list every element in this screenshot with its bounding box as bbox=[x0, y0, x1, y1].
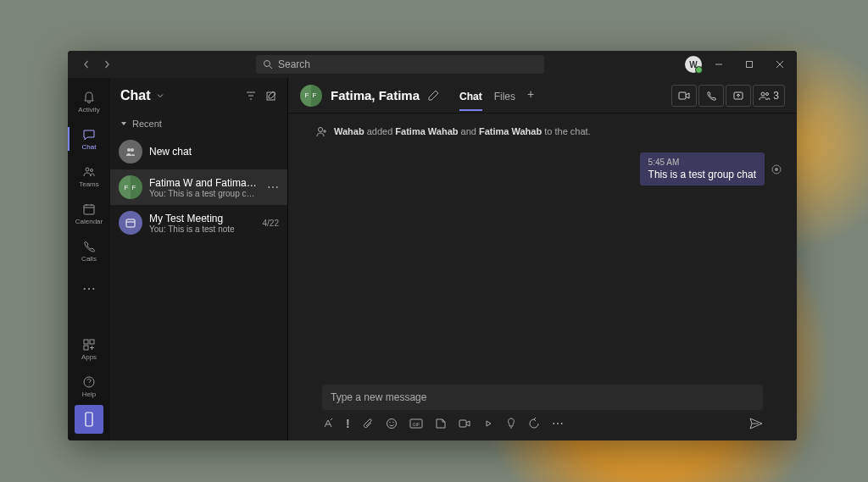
praise-button[interactable] bbox=[506, 418, 516, 429]
gif-button[interactable]: GIF bbox=[409, 418, 423, 429]
more-compose-button[interactable]: ⋯ bbox=[552, 417, 564, 430]
caret-down-icon bbox=[120, 120, 127, 127]
chat-header-avatar: F F bbox=[300, 85, 322, 107]
svg-rect-6 bbox=[90, 340, 94, 344]
tab-files[interactable]: Files bbox=[494, 91, 515, 111]
composer: Type a new message ! GIF ⋯ bbox=[288, 376, 797, 440]
chat-item-name: My Test Meeting bbox=[149, 213, 256, 224]
svg-point-3 bbox=[91, 169, 93, 171]
rail-calendar[interactable]: Calendar bbox=[68, 195, 110, 232]
filter-button[interactable] bbox=[245, 90, 257, 102]
tab-chat[interactable]: Chat bbox=[459, 91, 482, 111]
meet-now-button[interactable] bbox=[459, 418, 470, 429]
search-icon bbox=[263, 59, 273, 69]
chat-icon bbox=[82, 128, 96, 141]
calendar-icon bbox=[82, 202, 96, 216]
chevron-down-icon[interactable] bbox=[156, 91, 164, 100]
chat-item-meeting[interactable]: My Test Meeting You: This is a test note… bbox=[110, 205, 287, 241]
edit-name-button[interactable] bbox=[428, 90, 439, 101]
profile-avatar[interactable]: W bbox=[685, 56, 702, 73]
svg-point-21 bbox=[387, 419, 396, 429]
app-rail: Activity Chat Teams Calendar Calls ⋯ bbox=[68, 78, 110, 440]
sticker-button[interactable] bbox=[435, 418, 447, 429]
svg-point-18 bbox=[319, 128, 323, 132]
participants-button[interactable]: 3 bbox=[753, 85, 785, 107]
rail-activity[interactable]: Activity bbox=[68, 83, 110, 120]
filter-icon bbox=[245, 90, 257, 102]
compose-placeholder: Type a new message bbox=[331, 391, 426, 403]
person-add-icon bbox=[315, 125, 327, 137]
chat-item-name: Fatima W and Fatima W bbox=[149, 177, 257, 189]
duo-avatar: F F bbox=[119, 175, 142, 199]
svg-point-20 bbox=[775, 168, 778, 171]
audio-call-button[interactable] bbox=[698, 85, 724, 107]
stream-button[interactable] bbox=[482, 418, 494, 429]
bulb-icon bbox=[506, 418, 516, 429]
svg-point-0 bbox=[264, 61, 270, 67]
search-input[interactable]: Search bbox=[256, 55, 544, 74]
svg-rect-9 bbox=[86, 413, 92, 426]
emoji-icon bbox=[386, 418, 398, 429]
search-placeholder: Search bbox=[278, 58, 310, 70]
send-button[interactable] bbox=[749, 418, 763, 429]
chat-item-more-button[interactable]: ⋯ bbox=[267, 180, 279, 194]
rail-apps[interactable]: Apps bbox=[68, 330, 110, 368]
approvals-button[interactable] bbox=[528, 418, 540, 429]
chat-item-preview: You: This is a test note bbox=[149, 224, 256, 234]
minimize-button[interactable] bbox=[705, 53, 732, 76]
svg-rect-5 bbox=[84, 340, 88, 344]
chat-title: Fatima, Fatima bbox=[331, 88, 420, 102]
compose-input[interactable]: Type a new message bbox=[322, 385, 763, 410]
message-list: Wahab added Fatima Wahab and Fatima Waha… bbox=[288, 114, 797, 376]
phone-icon bbox=[706, 91, 716, 101]
rail-device-button[interactable] bbox=[75, 405, 103, 434]
rail-help[interactable]: Help bbox=[68, 368, 110, 405]
close-button[interactable] bbox=[766, 53, 793, 76]
chat-item-time: 4/22 bbox=[263, 219, 279, 228]
stream-icon bbox=[482, 418, 494, 429]
recent-toggle[interactable]: Recent bbox=[110, 114, 287, 134]
apps-icon bbox=[82, 338, 96, 352]
chat-main-panel: F F Fatima, Fatima Chat Files + 3 bbox=[288, 78, 797, 440]
chat-item-new[interactable]: New chat bbox=[110, 134, 287, 169]
emoji-button[interactable] bbox=[386, 418, 398, 429]
rail-more[interactable]: ⋯ bbox=[68, 269, 110, 307]
add-tab-button[interactable]: + bbox=[527, 87, 534, 108]
rail-calls[interactable]: Calls bbox=[68, 232, 110, 269]
svg-rect-14 bbox=[679, 92, 686, 99]
svg-point-12 bbox=[131, 148, 134, 152]
format-button[interactable] bbox=[322, 418, 334, 429]
priority-button[interactable]: ! bbox=[346, 417, 350, 430]
share-icon bbox=[733, 91, 743, 101]
svg-point-17 bbox=[766, 92, 769, 95]
format-icon bbox=[322, 418, 334, 429]
message-time: 5:45 AM bbox=[648, 158, 756, 167]
svg-point-11 bbox=[127, 148, 131, 152]
read-receipt-icon bbox=[771, 164, 782, 175]
maximize-button[interactable] bbox=[736, 53, 763, 76]
chat-item-preview: You: This is a test group chat bbox=[149, 189, 257, 198]
chat-item-fatima-group[interactable]: F F Fatima W and Fatima W You: This is a… bbox=[110, 169, 287, 205]
rail-chat[interactable]: Chat bbox=[68, 120, 110, 158]
group-icon bbox=[119, 140, 142, 163]
svg-point-22 bbox=[389, 422, 390, 423]
people-icon bbox=[759, 91, 771, 101]
rail-teams[interactable]: Teams bbox=[68, 158, 110, 195]
approvals-icon bbox=[528, 418, 540, 429]
attach-button[interactable] bbox=[362, 418, 374, 429]
camera-icon bbox=[459, 418, 470, 429]
svg-point-23 bbox=[392, 422, 393, 423]
ellipsis-icon: ⋯ bbox=[82, 280, 96, 296]
chat-header: F F Fatima, Fatima Chat Files + 3 bbox=[288, 78, 797, 114]
gif-icon: GIF bbox=[409, 418, 423, 429]
share-screen-button[interactable] bbox=[726, 85, 751, 107]
message-bubble[interactable]: 5:45 AM This is a test group chat bbox=[640, 152, 765, 186]
system-message: Wahab added Fatima Wahab and Fatima Waha… bbox=[315, 125, 782, 137]
svg-point-16 bbox=[761, 92, 765, 96]
message-row: 5:45 AM This is a test group chat bbox=[303, 152, 782, 186]
nav-back-button[interactable] bbox=[78, 56, 95, 73]
help-icon bbox=[82, 375, 96, 389]
video-call-button[interactable] bbox=[671, 85, 697, 107]
new-chat-button[interactable] bbox=[265, 90, 277, 102]
nav-forward-button[interactable] bbox=[98, 56, 115, 73]
